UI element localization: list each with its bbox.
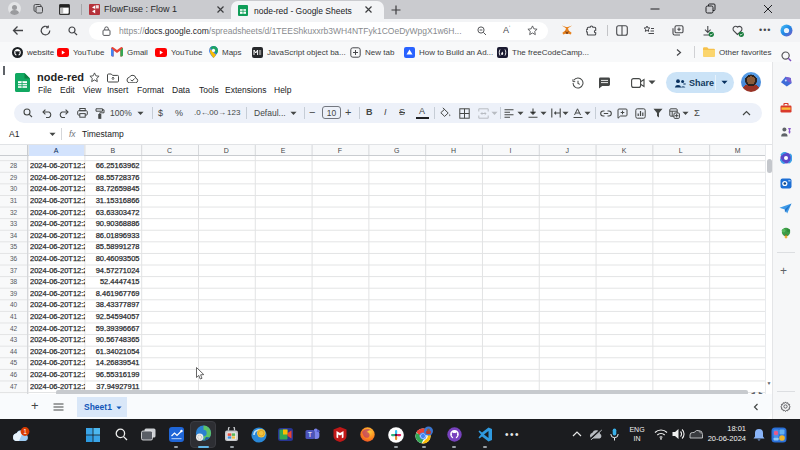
svg-text:T: T [308, 431, 313, 438]
svg-text:1: 1 [23, 428, 27, 435]
